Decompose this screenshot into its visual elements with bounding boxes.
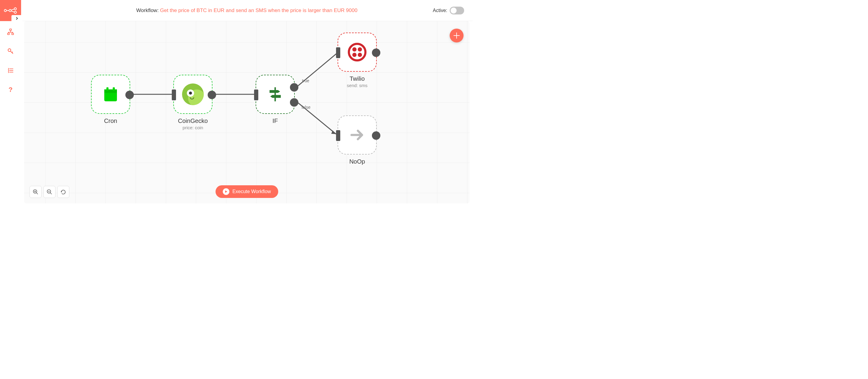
svg-marker-13 <box>331 130 336 134</box>
zoom-out-button[interactable] <box>43 186 56 198</box>
svg-point-2 <box>14 8 16 10</box>
arrow-right-icon <box>349 127 366 144</box>
play-icon <box>223 188 229 195</box>
node-label: Twilio send: sms <box>347 75 367 88</box>
svg-rect-18 <box>275 87 276 101</box>
node-if[interactable]: true false IF <box>255 75 295 114</box>
svg-point-3 <box>14 11 16 13</box>
svg-line-5 <box>11 9 14 10</box>
svg-rect-7 <box>10 29 11 30</box>
output-port[interactable] <box>125 91 134 99</box>
sidebar-credentials-icon[interactable] <box>7 48 14 55</box>
output-port[interactable] <box>208 91 216 99</box>
node-label: IF <box>273 118 278 124</box>
svg-point-0 <box>4 9 6 11</box>
signpost-icon <box>267 86 284 103</box>
node-twilio[interactable]: Twilio send: sms <box>338 33 377 72</box>
sidebar: ? <box>0 0 21 207</box>
true-label: true <box>302 78 309 83</box>
svg-marker-27 <box>225 190 227 193</box>
output-port-true[interactable] <box>290 83 299 92</box>
workflow-prefix: Workflow: <box>136 7 160 13</box>
add-node-button[interactable] <box>450 29 464 42</box>
workflow-canvas[interactable]: Cron CoinGecko price: coin true false IF <box>24 21 470 203</box>
input-port[interactable] <box>336 130 340 141</box>
twilio-icon <box>348 43 367 61</box>
output-port-false[interactable] <box>290 98 299 107</box>
active-toggle-wrap: Active: <box>433 7 464 14</box>
zoom-in-button[interactable] <box>30 186 41 198</box>
node-coingecko[interactable]: CoinGecko price: coin <box>173 75 213 114</box>
node-cron[interactable]: Cron <box>91 75 130 114</box>
input-port[interactable] <box>254 90 258 100</box>
output-port[interactable] <box>372 49 380 57</box>
svg-point-1 <box>9 9 11 11</box>
expand-sidebar-button[interactable] <box>11 15 22 22</box>
svg-rect-8 <box>7 33 9 35</box>
active-toggle[interactable] <box>450 7 464 14</box>
svg-line-24 <box>50 193 52 194</box>
sidebar-help-icon[interactable]: ? <box>7 86 14 93</box>
node-label: NoOp <box>349 158 365 165</box>
reset-zoom-button[interactable] <box>57 186 69 198</box>
input-port[interactable] <box>336 47 340 58</box>
svg-rect-15 <box>104 90 117 93</box>
workflow-title[interactable]: Workflow: Get the price of BTC in EUR an… <box>136 7 358 13</box>
svg-rect-9 <box>12 33 13 35</box>
active-label: Active: <box>433 8 447 13</box>
topbar: Workflow: Get the price of BTC in EUR an… <box>21 0 472 21</box>
node-noop[interactable]: NoOp <box>338 116 377 155</box>
sidebar-executions-icon[interactable] <box>7 67 14 74</box>
workflow-name: Get the price of BTC in EUR and send an … <box>160 7 358 13</box>
svg-line-6 <box>11 11 14 12</box>
output-port[interactable] <box>372 131 380 140</box>
sidebar-workflows-icon[interactable] <box>7 28 14 36</box>
execute-label: Execute Workflow <box>232 189 271 194</box>
false-label: false <box>301 105 310 110</box>
node-label: Cron <box>104 118 117 124</box>
execute-workflow-button[interactable]: Execute Workflow <box>216 185 278 198</box>
input-port[interactable] <box>172 90 176 100</box>
connections <box>24 21 470 203</box>
svg-line-20 <box>36 193 38 194</box>
logo-icon <box>4 7 18 14</box>
zoom-controls <box>30 186 69 198</box>
coingecko-icon <box>182 84 204 105</box>
svg-rect-17 <box>113 87 115 91</box>
svg-marker-26 <box>61 191 62 192</box>
node-label: CoinGecko price: coin <box>178 118 208 130</box>
svg-rect-16 <box>106 87 108 91</box>
app-logo[interactable] <box>0 0 21 21</box>
calendar-icon <box>102 86 119 103</box>
